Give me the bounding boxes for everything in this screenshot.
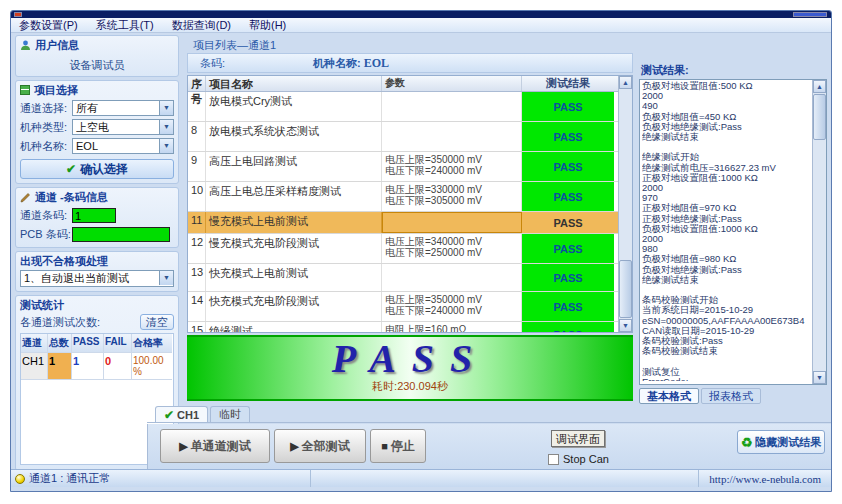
table-row[interactable]: 9 高压上电回路测试 电压上限=350000 mV 电压下限=240000 mV… [188, 152, 632, 182]
row-no: 9 [188, 152, 206, 181]
menu-parameter-settings[interactable]: 参数设置(P) [17, 18, 80, 33]
table-row[interactable]: 10 高压上电总压采样精度测试 电压上限=330000 mV 电压下限=3050… [188, 182, 632, 212]
tab-report-format[interactable]: 报表格式 [701, 388, 761, 404]
tab-ch1[interactable]: ✔ CH1 [155, 406, 208, 422]
row-result: PASS [522, 152, 614, 181]
channel-barcode-input[interactable]: 1 [72, 208, 116, 223]
chevron-down-icon[interactable]: ▼ [159, 101, 173, 115]
confirm-selection-button[interactable]: ✔ 确认选择 [20, 159, 174, 179]
check-icon: ✔ [66, 162, 76, 176]
stats-col-rate: 合格率 [132, 334, 172, 353]
stop-button[interactable]: ■ 停止 [370, 429, 426, 463]
stats-total-value: 1 [48, 353, 72, 380]
debug-screen-button[interactable]: 调试界面 [551, 430, 605, 447]
window-control-buttons[interactable] [793, 12, 827, 17]
stats-table-row[interactable]: CH1 1 1 0 100.00 % [21, 353, 173, 380]
barcode-label: 条码: [200, 56, 225, 71]
model-type-row: 机种类型: 上空电 ▼ [20, 118, 174, 136]
scroll-up-icon[interactable]: ▲ [813, 80, 826, 93]
hide-results-button[interactable]: ♻ 隐藏测试结果 [737, 430, 825, 454]
model-name-dropdown[interactable]: EOL ▼ [72, 138, 174, 154]
row-param [382, 92, 522, 121]
results-log-box[interactable]: 负极对地设置阻值:500 KΩ 2000 490 负极对地阻值=450 KΩ 负… [639, 79, 827, 385]
row-param: 电压上限=330000 mV 电压下限=305000 mV [382, 182, 522, 211]
row-param [382, 122, 522, 151]
channel-barcode-row: 通道条码: 1 [20, 206, 174, 224]
fail-handling-dropdown[interactable]: 1、自动退出当前测试 ▼ [20, 270, 174, 287]
row-param [382, 264, 522, 291]
status-indicator-icon [15, 474, 25, 484]
tab-temp[interactable]: 临时 [210, 406, 250, 422]
scrollbar-thumb[interactable] [619, 260, 632, 318]
sidebar: 用户信息 设备调试员 项目选择 通道选择: 所有 ▼ 机种类型: 上空电 ▼ [15, 35, 179, 433]
row-param: 电压上限=350000 mV 电压下限=240000 mV [382, 292, 522, 321]
all-test-button[interactable]: ▶ 全部测试 [274, 429, 366, 463]
stop-label: 停止 [391, 438, 415, 455]
menu-data-query[interactable]: 数据查询(D) [170, 18, 233, 33]
model-type-dropdown[interactable]: 上空电 ▼ [72, 119, 174, 135]
stats-col-total: 总数 [48, 334, 72, 353]
scroll-down-icon[interactable]: ▼ [619, 319, 632, 332]
table-row[interactable]: 15 绝缘测试 电阻上限=160 mΩ 电阻下限= PASS [188, 322, 632, 333]
row-no: 12 [188, 234, 206, 263]
row-param: 电阻上限=160 mΩ 电阻下限= [382, 322, 522, 333]
scroll-up-icon[interactable]: ▲ [619, 76, 632, 89]
model-header-label: 机种名称: [313, 57, 361, 69]
channel-select-value: 所有 [76, 101, 98, 116]
chevron-down-icon[interactable]: ▼ [159, 271, 173, 285]
table-row[interactable]: 8 放电模式系统状态测试 PASS [188, 122, 632, 152]
channel-select-dropdown[interactable]: 所有 ▼ [72, 100, 174, 116]
stats-caption: 各通道测试次数: [20, 315, 100, 330]
chevron-down-icon[interactable]: ▼ [159, 120, 173, 134]
channel-tab-strip: ✔ CH1 临时 [147, 405, 832, 423]
model-name-value: EOL [76, 140, 98, 152]
row-name: 快充模式充电阶段测试 [206, 292, 382, 321]
log-scrollbar[interactable]: ▲ ▼ [812, 80, 826, 384]
table-row[interactable]: 12 慢充模式充电阶段测试 电压上限=340000 mV 电压下限=250000… [188, 234, 632, 264]
row-no: 10 [188, 182, 206, 211]
model-type-label: 机种类型: [20, 120, 72, 135]
table-row-selected[interactable]: 11 慢充模式上电前测试 PASS [188, 212, 632, 234]
barcode-header-bar: 条码: 机种名称: EOL [187, 53, 633, 73]
table-row[interactable]: 14 快充模式充电阶段测试 电压上限=350000 mV 电压下限=240000… [188, 292, 632, 322]
check-icon: ✔ [164, 408, 174, 422]
status-text: 通道1 : 通讯正常 [29, 471, 110, 486]
row-param: 电压上限=350000 mV 电压下限=240000 mV [382, 152, 522, 181]
stop-can-checkbox[interactable] [548, 454, 559, 465]
row-result: PASS [522, 212, 614, 233]
chevron-down-icon[interactable]: ▼ [159, 139, 173, 153]
menu-help[interactable]: 帮助(H) [247, 18, 288, 33]
pass-banner-text: PASS [187, 337, 633, 381]
pcb-barcode-input[interactable] [72, 227, 170, 242]
row-name: 快充模式上电前测试 [206, 264, 382, 291]
menu-system-tools[interactable]: 系统工具(T) [94, 18, 156, 33]
results-panel-title: 测试结果: [641, 63, 689, 78]
fail-handling-value: 1、自动退出当前测试 [24, 271, 129, 286]
row-no: 15 [188, 322, 206, 333]
fail-group-title: 出现不合格项处理 [20, 254, 108, 269]
barcode-group: 通道 -条码信息 通道条码: 1 PCB 条码: [15, 187, 179, 248]
scrollbar-thumb[interactable] [813, 94, 826, 140]
single-channel-test-button[interactable]: ▶ 单通道测试 [160, 429, 270, 463]
row-result: PASS [522, 322, 614, 333]
pencil-icon [20, 192, 31, 203]
project-group-title: 项目选择 [34, 83, 78, 98]
header-name: 项目名称 [206, 76, 382, 91]
row-result: PASS [522, 234, 614, 263]
stats-channel-value: CH1 [21, 353, 48, 380]
header-no: 序号 [188, 76, 206, 91]
row-name: 慢充模式上电前测试 [206, 212, 382, 233]
row-param [382, 212, 522, 233]
window-icon [14, 12, 22, 17]
channel-barcode-label: 通道条码: [20, 208, 72, 223]
tab-basic-format[interactable]: 基本格式 [639, 388, 699, 404]
table-row[interactable]: 13 快充模式上电前测试 PASS [188, 264, 632, 292]
clear-button[interactable]: 清空 [140, 314, 174, 330]
stats-col-fail: FAIL [104, 334, 132, 353]
table-row[interactable]: 7 放电模式Cry测试 PASS [188, 92, 632, 122]
user-info-group: 用户信息 设备调试员 [15, 35, 179, 77]
scroll-down-icon[interactable]: ▼ [813, 371, 826, 384]
vendor-url: http://www.e-nebula.com [698, 470, 831, 487]
play-icon: ▶ [179, 440, 187, 453]
table-scrollbar[interactable]: ▲ ▼ [618, 76, 632, 332]
